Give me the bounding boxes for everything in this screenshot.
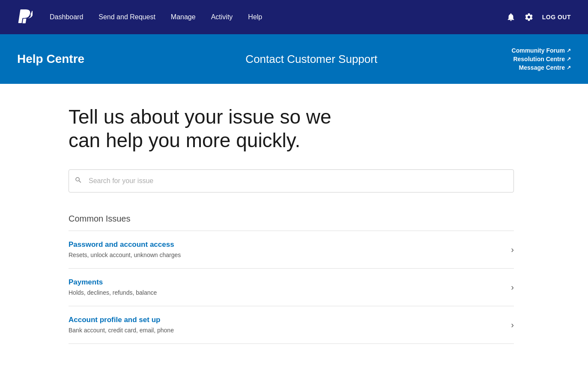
chevron-right-icon: › xyxy=(511,245,514,255)
search-container xyxy=(69,169,514,192)
nav-right-actions: LOG OUT xyxy=(506,12,571,22)
main-content: Tell us about your issue so we can help … xyxy=(0,84,588,370)
community-forum-link[interactable]: Community Forum ↗ xyxy=(512,47,571,54)
nav-links: Dashboard Send and Request Manage Activi… xyxy=(50,13,506,21)
notification-bell-icon[interactable] xyxy=(506,12,516,22)
nav-item-send-request[interactable]: Send and Request xyxy=(98,13,155,21)
issue-title-password: Password and account access xyxy=(69,240,181,249)
issue-title-payments: Payments xyxy=(69,278,157,287)
nav-item-help[interactable]: Help xyxy=(248,13,262,21)
issue-subtitle-password: Resets, unlock account, unknown charges xyxy=(69,252,181,258)
issue-content-payments: Payments Holds, declines, refunds, balan… xyxy=(69,278,157,296)
contact-support-heading: Contact Customer Support xyxy=(111,53,512,66)
nav-item-dashboard[interactable]: Dashboard xyxy=(50,13,83,21)
external-link-icon: ↗ xyxy=(567,56,571,62)
issues-list: Password and account access Resets, unlo… xyxy=(69,231,514,344)
paypal-logo[interactable] xyxy=(17,9,33,25)
nav-item-manage[interactable]: Manage xyxy=(171,13,196,21)
issue-item-account-profile[interactable]: Account profile and set up Bank account,… xyxy=(69,306,514,344)
chevron-right-icon: › xyxy=(511,320,514,330)
help-centre-title: Help Centre xyxy=(17,52,111,66)
top-navigation: Dashboard Send and Request Manage Activi… xyxy=(0,0,588,34)
issue-title-account-profile: Account profile and set up xyxy=(69,316,174,324)
logout-button[interactable]: LOG OUT xyxy=(542,14,571,21)
issue-subtitle-payments: Holds, declines, refunds, balance xyxy=(69,289,157,296)
issue-item-password[interactable]: Password and account access Resets, unlo… xyxy=(69,231,514,269)
page-headline: Tell us about your issue so we can help … xyxy=(69,105,360,152)
nav-item-activity[interactable]: Activity xyxy=(211,13,233,21)
issue-content-account-profile: Account profile and set up Bank account,… xyxy=(69,316,174,334)
search-icon xyxy=(75,176,82,186)
help-banner: Help Centre Contact Customer Support Com… xyxy=(0,34,588,84)
help-external-links: Community Forum ↗ Resolution Centre ↗ Me… xyxy=(512,47,571,71)
settings-gear-icon[interactable] xyxy=(524,12,534,22)
issue-item-payments[interactable]: Payments Holds, declines, refunds, balan… xyxy=(69,269,514,306)
issue-subtitle-account-profile: Bank account, credit card, email, phone xyxy=(69,327,174,334)
message-centre-link[interactable]: Message Centre ↗ xyxy=(519,64,571,71)
external-link-icon: ↗ xyxy=(567,47,571,53)
chevron-right-icon: › xyxy=(511,282,514,292)
common-issues-title: Common Issues xyxy=(69,214,514,224)
search-input[interactable] xyxy=(69,169,514,192)
external-link-icon: ↗ xyxy=(567,65,571,71)
issue-content-password: Password and account access Resets, unlo… xyxy=(69,240,181,259)
resolution-centre-link[interactable]: Resolution Centre ↗ xyxy=(513,56,571,62)
